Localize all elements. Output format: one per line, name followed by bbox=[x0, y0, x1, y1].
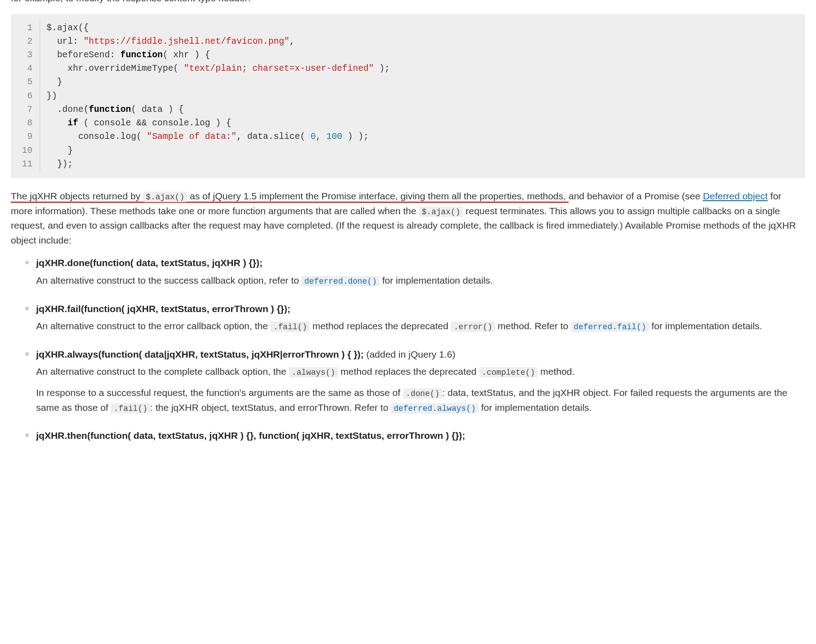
fail-code: .fail() bbox=[270, 322, 310, 332]
code-line: 4 xhr.overrideMimeType( "text/plain; cha… bbox=[11, 62, 795, 75]
list-item-fail: jqXHR.fail(function( jqXHR, textStatus, … bbox=[36, 302, 805, 334]
code-content: } bbox=[40, 144, 73, 157]
method-signature: jqXHR.always(function( data|jqXHR, textS… bbox=[36, 349, 364, 359]
method-description: An alternative construct to the complete… bbox=[36, 364, 805, 415]
code-line: 6}) bbox=[11, 89, 795, 103]
line-number: 5 bbox=[11, 75, 40, 89]
text: : the jqXHR object, textStatus, and erro… bbox=[150, 402, 391, 413]
code-line: 3 beforeSend: function( xhr ) { bbox=[11, 48, 795, 62]
list-item-always: jqXHR.always(function( data|jqXHR, textS… bbox=[36, 347, 805, 415]
highlighted-sentence: The jqXHR objects returned by $.ajax() a… bbox=[11, 191, 569, 203]
code-content: .done(function( data ) { bbox=[40, 103, 184, 116]
line-number: 1 bbox=[11, 21, 40, 35]
text: The jqXHR objects returned by bbox=[11, 191, 143, 201]
line-number: 8 bbox=[11, 116, 40, 130]
deferred-object-link[interactable]: Deferred object bbox=[703, 191, 768, 201]
method-signature: jqXHR.done(function( data, textStatus, j… bbox=[36, 256, 805, 271]
code-content: } bbox=[40, 75, 62, 89]
line-number: 10 bbox=[11, 144, 40, 157]
code-line: 2 url: "https://fiddle.jshell.net/favico… bbox=[11, 35, 795, 48]
text: An alternative construct to the success … bbox=[36, 275, 301, 285]
added-note: (added in jQuery 1.6) bbox=[364, 349, 455, 359]
ajax-code: $.ajax() bbox=[143, 192, 187, 202]
code-example: 1$.ajax({2 url: "https://fiddle.jshell.n… bbox=[11, 14, 805, 178]
intro-cut-line: for example, to modify the response cont… bbox=[11, 0, 805, 9]
line-number: 6 bbox=[11, 89, 40, 103]
line-number: 7 bbox=[11, 103, 40, 116]
code-content: }) bbox=[40, 89, 57, 103]
fail-code: .fail() bbox=[111, 403, 150, 414]
text: method. Refer to bbox=[495, 321, 571, 331]
line-number: 3 bbox=[11, 48, 40, 62]
promise-paragraph: The jqXHR objects returned by $.ajax() a… bbox=[11, 189, 805, 248]
done-code: .done() bbox=[403, 388, 442, 399]
text: as of jQuery 1.5 implement the Promise i… bbox=[187, 191, 566, 201]
code-line: 9 console.log( "Sample of data:", data.s… bbox=[11, 130, 795, 143]
list-item-done: jqXHR.done(function( data, textStatus, j… bbox=[36, 256, 805, 288]
code-content: beforeSend: function( xhr ) { bbox=[40, 48, 210, 62]
text: and behavior of a Promise (see bbox=[569, 191, 703, 201]
line-number: 11 bbox=[11, 157, 40, 171]
code-content: $.ajax({ bbox=[40, 21, 89, 35]
deferred-done-link[interactable]: deferred.done() bbox=[301, 276, 380, 286]
code-content: xhr.overrideMimeType( "text/plain; chars… bbox=[40, 62, 390, 75]
text: method. bbox=[538, 366, 575, 377]
always-code: .always() bbox=[289, 367, 338, 377]
methods-list: jqXHR.done(function( data, textStatus, j… bbox=[11, 256, 805, 443]
code-line: 1$.ajax({ bbox=[11, 21, 795, 35]
code-line: 10 } bbox=[11, 144, 795, 157]
line-number: 4 bbox=[11, 62, 40, 75]
list-item-then: jqXHR.then(function( data, textStatus, j… bbox=[36, 428, 805, 443]
deferred-fail-link[interactable]: deferred.fail() bbox=[571, 322, 649, 332]
text: In response to a successful request, the… bbox=[36, 387, 403, 398]
deferred-always-link[interactable]: deferred.always() bbox=[391, 403, 478, 414]
code-line: 5 } bbox=[11, 75, 795, 89]
text: An alternative construct to the complete… bbox=[36, 366, 289, 377]
text: method replaces the deprecated bbox=[338, 366, 479, 377]
text: An alternative construct to the error ca… bbox=[36, 321, 270, 331]
error-code: .error() bbox=[451, 322, 495, 332]
method-description: An alternative construct to the success … bbox=[36, 273, 805, 288]
code-content: if ( console && console.log ) { bbox=[40, 116, 232, 130]
method-signature: jqXHR.then(function( data, textStatus, j… bbox=[36, 428, 805, 443]
method-signature: jqXHR.fail(function( jqXHR, textStatus, … bbox=[36, 302, 805, 317]
line-number: 9 bbox=[11, 130, 40, 143]
code-content: }); bbox=[40, 157, 73, 171]
method-signature-line: jqXHR.always(function( data|jqXHR, textS… bbox=[36, 347, 805, 362]
code-line: 8 if ( console && console.log ) { bbox=[11, 116, 795, 130]
code-line: 7 .done(function( data ) { bbox=[11, 103, 795, 116]
line-number: 2 bbox=[11, 35, 40, 48]
method-description: An alternative construct to the error ca… bbox=[36, 319, 805, 334]
text: for implementation details. bbox=[380, 275, 493, 285]
code-line: 11 }); bbox=[11, 157, 795, 171]
text: for implementation details. bbox=[478, 402, 592, 413]
code-content: console.log( "Sample of data:", data.sli… bbox=[40, 130, 369, 143]
text: for implementation details. bbox=[649, 321, 762, 331]
code-content: url: "https://fiddle.jshell.net/favicon.… bbox=[40, 35, 295, 48]
ajax-code: $.ajax() bbox=[419, 207, 463, 217]
complete-code: .complete() bbox=[479, 367, 538, 377]
text: method replaces the deprecated bbox=[310, 321, 451, 331]
